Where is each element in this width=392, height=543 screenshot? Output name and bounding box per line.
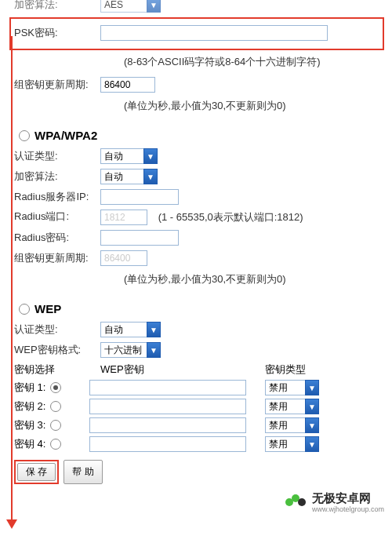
wpa-group-key-label: 组密钥更新周期: xyxy=(14,251,100,265)
psk-highlight: PSK密码: xyxy=(9,17,384,50)
encrypt-algo-label: 加密算法: xyxy=(14,0,100,12)
wep-header-row: 密钥选择 WEP密钥 密钥类型 xyxy=(14,363,386,377)
section-wpa[interactable]: WPA/WPA2 xyxy=(19,129,386,142)
row-radius-ip: Radius服务器IP: xyxy=(14,189,386,205)
chevron-down-icon: ▼ xyxy=(305,417,319,433)
wep-key-label: 密钥 1: xyxy=(14,381,45,395)
wep-key-input[interactable] xyxy=(89,417,246,433)
wep-key-radio[interactable] xyxy=(50,420,61,431)
wep-auth-select[interactable]: 自动 ▼ xyxy=(100,322,161,337)
chevron-down-icon: ▼ xyxy=(143,148,158,164)
wep-key-type-select[interactable]: 禁用▼ xyxy=(265,417,319,433)
chevron-down-icon: ▼ xyxy=(305,436,319,452)
wep-key-input[interactable] xyxy=(89,399,246,414)
section-wep[interactable]: WEP xyxy=(19,302,386,315)
wpa-algo-select[interactable]: 自动 ▼ xyxy=(100,169,158,184)
radius-port-label: Radius端口: xyxy=(14,210,100,224)
wep-key-input[interactable] xyxy=(89,436,246,452)
row-radius-pwd: Radius密码: xyxy=(14,230,386,246)
wep-key-type-select[interactable]: 禁用▼ xyxy=(265,399,319,414)
watermark-logo-icon xyxy=(285,491,307,513)
section-wep-title: WEP xyxy=(34,302,61,315)
chevron-down-icon: ▼ xyxy=(147,322,161,337)
wpa-auth-select[interactable]: 自动 ▼ xyxy=(100,148,158,164)
radius-ip-input[interactable] xyxy=(100,189,179,205)
save-highlight: 保 存 xyxy=(14,460,59,484)
watermark-text: 无极安卓网 xyxy=(312,491,371,505)
wep-key-input[interactable] xyxy=(89,380,246,395)
row-radius-port: Radius端口: (1 - 65535,0表示默认端口:1812) xyxy=(14,210,386,225)
wep-key-radio[interactable] xyxy=(50,382,61,393)
radius-port-input[interactable] xyxy=(100,210,147,225)
section-wpa-title: WPA/WPA2 xyxy=(34,129,97,142)
annotation-arrow xyxy=(11,36,13,523)
row-group-key: 组密钥更新周期: xyxy=(14,77,386,93)
row-wep-fmt: WEP密钥格式: 十六进制 ▼ xyxy=(14,342,386,358)
wep-fmt-label: WEP密钥格式: xyxy=(14,343,100,357)
wep-key-radio[interactable] xyxy=(50,439,61,450)
wep-key-type-select[interactable]: 禁用▼ xyxy=(265,380,319,395)
radius-ip-label: Radius服务器IP: xyxy=(14,190,100,204)
wep-col-select: 密钥选择 xyxy=(14,363,100,377)
wep-key-label: 密钥 2: xyxy=(14,399,45,414)
wpa-algo-label: 加密算法: xyxy=(14,169,100,184)
wep-key-row: 密钥 2:禁用▼ xyxy=(14,399,386,414)
wep-key-row: 密钥 4:禁用▼ xyxy=(14,436,386,452)
wep-key-row: 密钥 3:禁用▼ xyxy=(14,417,386,433)
psk-input[interactable] xyxy=(100,25,328,41)
radius-port-hint: (1 - 65535,0表示默认端口:1812) xyxy=(158,211,303,223)
wep-key-radio[interactable] xyxy=(50,401,61,412)
group-key-hint: (单位为秒,最小值为30,不更新则为0) xyxy=(124,97,386,115)
row-wpa-group-key: 组密钥更新周期: xyxy=(14,250,386,266)
group-key-label: 组密钥更新周期: xyxy=(14,78,100,92)
psk-hint: (8-63个ASCII码字符或8-64个十六进制字符) xyxy=(124,53,386,71)
chevron-down-icon: ▼ xyxy=(147,0,161,13)
chevron-down-icon: ▼ xyxy=(305,399,319,414)
chevron-down-icon: ▼ xyxy=(147,342,161,358)
wpa-group-key-input[interactable] xyxy=(100,250,147,266)
encrypt-algo-select[interactable]: AES ▼ xyxy=(100,0,161,13)
radius-pwd-input[interactable] xyxy=(100,230,179,246)
row-wpa-algo: 加密算法: 自动 ▼ xyxy=(14,169,386,184)
wep-key-label: 密钥 3: xyxy=(14,418,45,432)
wpa-group-key-hint: (单位为秒,最小值为30,不更新则为0) xyxy=(124,271,386,288)
wpa-auth-label: 认证类型: xyxy=(14,149,100,163)
annotation-arrow-head xyxy=(6,519,17,529)
wep-col-type: 密钥类型 xyxy=(265,363,386,377)
wep-fmt-select[interactable]: 十六进制 ▼ xyxy=(100,342,161,358)
wep-key-label: 密钥 4: xyxy=(14,437,45,451)
wep-auth-label: 认证类型: xyxy=(14,323,100,337)
chevron-down-icon: ▼ xyxy=(305,380,319,395)
row-psk: PSK密码: xyxy=(14,25,379,41)
save-button[interactable]: 保 存 xyxy=(17,463,56,481)
row-encrypt-algo-top: 加密算法: AES ▼ xyxy=(14,0,386,13)
radio-wep[interactable] xyxy=(19,304,30,315)
chevron-down-icon: ▼ xyxy=(143,169,158,184)
radius-pwd-label: Radius密码: xyxy=(14,231,100,245)
row-wpa-auth: 认证类型: 自动 ▼ xyxy=(14,148,386,164)
wep-key-row: 密钥 1:禁用▼ xyxy=(14,380,386,395)
wep-col-key: WEP密钥 xyxy=(100,363,265,377)
radio-wpa[interactable] xyxy=(19,130,30,141)
row-wep-auth: 认证类型: 自动 ▼ xyxy=(14,322,386,337)
wep-key-type-select[interactable]: 禁用▼ xyxy=(265,436,319,452)
help-button[interactable]: 帮 助 xyxy=(64,460,102,484)
psk-label: PSK密码: xyxy=(14,26,100,40)
group-key-input[interactable] xyxy=(100,77,155,93)
watermark: 无极安卓网 www.wjhotelgroup.com xyxy=(285,491,384,513)
watermark-sub: www.wjhotelgroup.com xyxy=(312,506,384,513)
button-row: 保 存 帮 助 xyxy=(14,460,392,484)
